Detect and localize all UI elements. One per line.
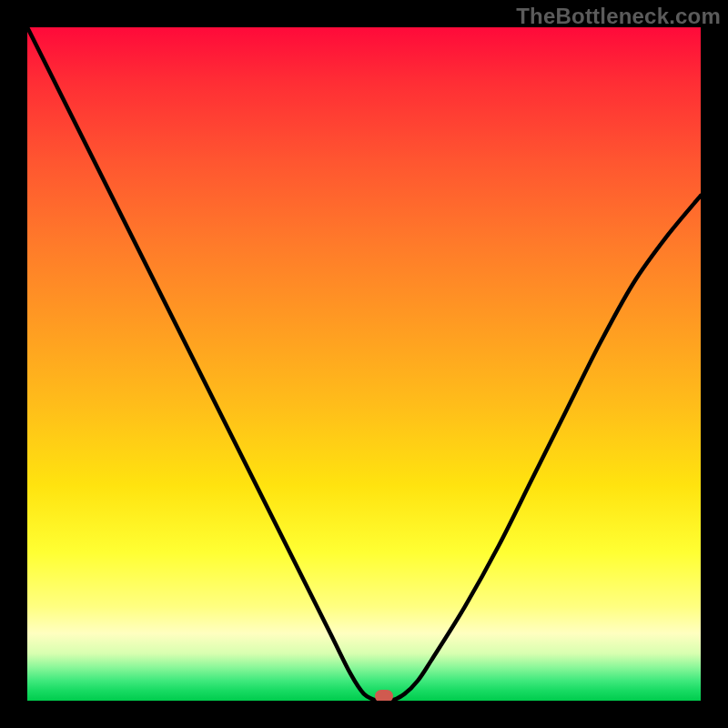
bottleneck-curve xyxy=(27,27,701,701)
plot-area xyxy=(27,27,701,701)
watermark-text: TheBottleneck.com xyxy=(516,4,721,29)
result-marker xyxy=(375,690,393,701)
chart-frame: TheBottleneck.com xyxy=(0,0,728,728)
